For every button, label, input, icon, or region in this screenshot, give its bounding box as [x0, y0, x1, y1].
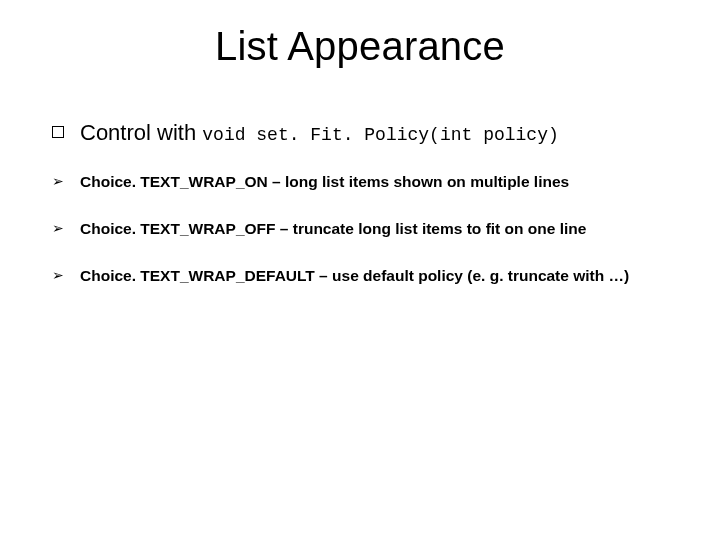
list-item: ➢ Choice. TEXT_WRAP_ON – long list items… — [52, 172, 690, 193]
lead-text: Control with void set. Fit. Policy(int p… — [80, 120, 559, 146]
arrow-bullet-icon: ➢ — [52, 220, 66, 236]
slide-body: Control with void set. Fit. Policy(int p… — [52, 120, 690, 313]
lead-prefix: Control with — [80, 120, 202, 145]
slide: List Appearance Control with void set. F… — [0, 0, 720, 540]
list-item-text: Choice. TEXT_WRAP_OFF – truncate long li… — [80, 219, 586, 240]
list-item-text: Choice. TEXT_WRAP_ON – long list items s… — [80, 172, 569, 193]
list-item: ➢ Choice. TEXT_WRAP_DEFAULT – use defaul… — [52, 266, 690, 287]
lead-code: void set. Fit. Policy(int policy) — [202, 125, 558, 145]
slide-title: List Appearance — [0, 24, 720, 69]
arrow-bullet-icon: ➢ — [52, 267, 66, 283]
list-item: ➢ Choice. TEXT_WRAP_OFF – truncate long … — [52, 219, 690, 240]
list-item-text: Choice. TEXT_WRAP_DEFAULT – use default … — [80, 266, 629, 287]
arrow-bullet-icon: ➢ — [52, 173, 66, 189]
square-bullet-icon — [52, 126, 64, 138]
lead-row: Control with void set. Fit. Policy(int p… — [52, 120, 690, 146]
